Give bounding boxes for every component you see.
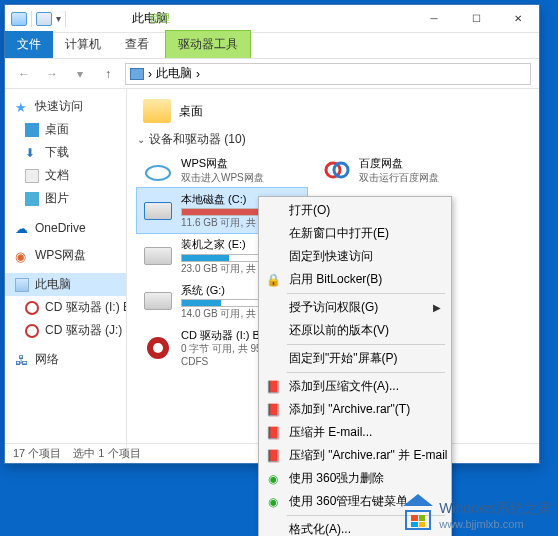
drive-icon [143,243,173,269]
up-button[interactable]: ↑ [97,63,119,85]
ctx-new-window[interactable]: 在新窗口中打开(E) [261,222,449,245]
window-title: 此电脑 [72,10,413,27]
cd-icon [25,301,39,315]
sidebar-desktop[interactable]: 桌面 [5,118,126,141]
contextual-tab-label: 管理 [138,9,180,28]
forward-button[interactable]: → [41,63,63,85]
ctx-pin-start[interactable]: 固定到"开始"屏幕(P) [261,347,449,370]
nav-sidebar: ★快速访问 桌面 ⬇下载 文档 图片 ☁OneDrive ◉WPS网盘 此电脑 … [5,89,127,447]
back-button[interactable]: ← [13,63,35,85]
rar-icon: 📕 [265,448,281,464]
ctx-add-archive[interactable]: 📕添加到压缩文件(A)... [261,375,449,398]
breadcrumb-sep: › [196,67,200,81]
tab-file[interactable]: 文件 [5,31,53,58]
sidebar-onedrive[interactable]: ☁OneDrive [5,218,126,238]
sidebar-cd1[interactable]: CD 驱动器 (I:) BON… [5,296,126,319]
recent-dropdown[interactable]: ▾ [69,63,91,85]
sidebar-cd2[interactable]: CD 驱动器 (J:) BON… [5,319,126,342]
ctx-access[interactable]: 授予访问权限(G)▶ [261,296,449,319]
ctx-pin-quick[interactable]: 固定到快速访问 [261,245,449,268]
svg-point-0 [146,166,170,180]
pictures-icon [25,192,39,206]
qat-button[interactable] [36,12,52,26]
tab-view[interactable]: 查看 [113,31,161,58]
sidebar-documents[interactable]: 文档 [5,164,126,187]
ctx-rar-email[interactable]: 📕压缩到 "Archive.rar" 并 E-mail [261,444,449,467]
folder-icon [143,99,171,123]
pc-icon [130,68,144,80]
ribbon-tabs: 文件 计算机 查看 驱动器工具 [5,33,539,59]
rar-icon: 📕 [265,425,281,441]
sidebar-quick-access[interactable]: ★快速访问 [5,95,126,118]
tab-drive-tools[interactable]: 驱动器工具 [165,30,251,58]
ctx-360-delete[interactable]: ◉使用 360强力删除 [261,467,449,490]
cd-rose-icon [143,335,173,361]
360-icon: ◉ [265,471,281,487]
watermark: Windows系统之家 www.bjjmlxb.com [403,500,552,530]
sidebar-network[interactable]: 🖧网络 [5,348,126,371]
status-count: 17 个项目 [13,446,61,461]
item-baidu[interactable]: 百度网盘双击运行百度网盘 [317,152,487,188]
context-menu: 打开(O) 在新窗口中打开(E) 固定到快速访问 🔒启用 BitLocker(B… [258,196,452,536]
ctx-restore[interactable]: 还原以前的版本(V) [261,319,449,342]
wps-cloud-icon [143,157,173,183]
app-icon [11,12,27,26]
watermark-title: Windows系统之家 [439,500,552,518]
maximize-button[interactable]: ☐ [455,5,497,33]
watermark-logo [403,500,433,530]
watermark-url: www.bjjmlxb.com [439,518,552,530]
rar-icon: 📕 [265,402,281,418]
drive-icon [143,198,173,224]
nav-toolbar: ← → ▾ ↑ › 此电脑 › [5,59,539,89]
360-icon: ◉ [265,494,281,510]
titlebar: ▾ 管理 此电脑 ─ ☐ ✕ [5,5,539,33]
quick-access-toolbar: ▾ [5,11,72,27]
close-button[interactable]: ✕ [497,5,539,33]
bitlocker-icon: 🔒 [265,272,281,288]
qat-dropdown[interactable]: ▾ [56,13,61,24]
breadcrumb-sep: › [148,67,152,81]
tab-computer[interactable]: 计算机 [53,31,113,58]
star-icon: ★ [15,100,29,114]
address-bar[interactable]: › 此电脑 › [125,63,531,85]
desktop-icon [25,123,39,137]
cd-icon [25,324,39,338]
submenu-arrow-icon: ▶ [433,302,441,313]
breadcrumb-root[interactable]: 此电脑 [156,65,192,82]
sidebar-thispc[interactable]: 此电脑 [5,273,126,296]
network-icon: 🖧 [15,353,29,367]
pc-icon [15,278,29,292]
folder-desktop[interactable]: 桌面 [137,95,529,127]
ctx-email[interactable]: 📕压缩并 E-mail... [261,421,449,444]
ctx-add-rar[interactable]: 📕添加到 "Archive.rar"(T) [261,398,449,421]
chevron-down-icon: ⌄ [137,134,145,145]
item-wps[interactable]: WPS网盘双击进入WPS网盘 [137,152,307,188]
devices-header[interactable]: ⌄设备和驱动器 (10) [137,127,529,152]
sidebar-downloads[interactable]: ⬇下载 [5,141,126,164]
sidebar-pictures[interactable]: 图片 [5,187,126,210]
rar-icon: 📕 [265,379,281,395]
ctx-bitlocker[interactable]: 🔒启用 BitLocker(B) [261,268,449,291]
minimize-button[interactable]: ─ [413,5,455,33]
document-icon [25,169,39,183]
baidu-icon [323,156,351,184]
ctx-open[interactable]: 打开(O) [261,199,449,222]
wps-icon: ◉ [15,249,29,263]
svg-point-4 [153,343,163,353]
cloud-icon: ☁ [15,221,29,235]
sidebar-wps[interactable]: ◉WPS网盘 [5,244,126,267]
status-selected: 选中 1 个项目 [73,446,140,461]
download-icon: ⬇ [25,146,39,160]
drive-icon [143,288,173,314]
